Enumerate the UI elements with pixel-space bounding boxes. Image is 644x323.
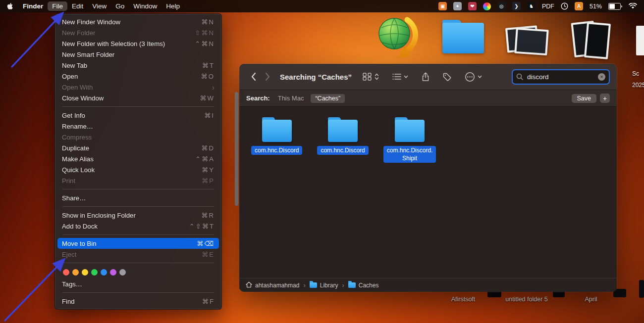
menubar-item-file[interactable]: File [48, 1, 67, 11]
scope-this-mac[interactable]: This Mac [278, 94, 304, 102]
menu-item-tags[interactable]: Tags… [57, 278, 219, 289]
menu-item-shortcut: ⌘E [202, 251, 215, 258]
desktop-label-afirstsoft[interactable]: Afirstsoft [436, 296, 490, 303]
menu-item-show-in-enclosing-folder[interactable]: Show in Enclosing Folder⌘R [57, 210, 219, 221]
tag-orange-icon[interactable] [72, 269, 79, 276]
folder-item[interactable]: com.hnc.Discord. Shipit [383, 120, 436, 163]
parrot-app-icon[interactable]: ❯ [512, 2, 521, 10]
menu-item-share[interactable]: Share… [57, 192, 219, 203]
home-icon [246, 281, 252, 289]
menu-item-duplicate[interactable]: Duplicate⌘D [57, 142, 219, 153]
screenshots-stack-icon[interactable] [505, 22, 551, 59]
idm-app-icon[interactable] [375, 13, 420, 61]
menu-item-label: Print [62, 177, 202, 185]
folder-icon [262, 120, 292, 142]
tag-blue-icon[interactable] [101, 269, 107, 276]
search-scope-bar: Search: This Mac “Caches” Save + [239, 90, 617, 107]
menu-item-new-finder-window[interactable]: New Finder Window⌘N [57, 16, 219, 27]
path-crumb[interactable]: Caches [348, 282, 379, 289]
menubar-status: ▣✦❤◎❯♞PDFA51% [438, 2, 637, 10]
folder-item[interactable]: com.hnc.Discord [317, 120, 368, 155]
menu-item-shortcut: ⌃⌘N [195, 40, 215, 47]
translate-app-icon[interactable]: A [575, 2, 583, 10]
pinwheel-app-icon[interactable] [483, 2, 491, 10]
menu-item-new-smart-folder[interactable]: New Smart Folder [57, 49, 219, 60]
menu-item-shortcut: ⌘W [200, 94, 215, 102]
gray-app-icon[interactable]: ✦ [453, 2, 462, 10]
black-app-icon[interactable]: ♞ [527, 2, 536, 10]
tag-green-icon[interactable] [91, 269, 98, 276]
menu-item-open-with: Open With› [57, 82, 219, 92]
menubar-item-finder[interactable]: Finder [18, 1, 48, 11]
menubar-item-view[interactable]: View [88, 1, 111, 11]
path-crumb-label: Library [320, 282, 338, 289]
menu-item-close-window[interactable]: Close Window⌘W [57, 92, 219, 103]
menu-item-add-to-dock[interactable]: Add to Dock⌃⇧⌘T [57, 221, 219, 231]
folder-label: com.hnc.Discord [317, 146, 368, 155]
menu-item-label: Rename… [62, 123, 215, 130]
battery-percentage[interactable]: 51% [590, 3, 602, 10]
view-mode-control[interactable] [363, 73, 379, 81]
menubar-item-window[interactable]: Window [129, 1, 161, 11]
search-input[interactable] [526, 73, 595, 81]
clock-icon[interactable] [561, 2, 568, 10]
tags-icon[interactable] [443, 73, 451, 81]
photos-stack-icon[interactable] [569, 20, 614, 59]
tag-red-icon[interactable] [63, 269, 69, 276]
desktop-label-untitled-folder-5[interactable]: untitled folder 5 [497, 296, 556, 303]
menu-separator [62, 263, 214, 263]
save-search-button[interactable]: Save [572, 94, 597, 103]
menu-item-label: Tags… [62, 280, 215, 288]
more-actions-control[interactable] [465, 72, 482, 82]
apple-menu[interactable] [7, 2, 13, 10]
menu-item-compress: Compress [57, 132, 219, 142]
menu-separator [62, 234, 214, 235]
submenu-chevron-icon: › [212, 84, 215, 91]
tag-purple-icon[interactable] [110, 269, 116, 276]
group-by-control[interactable] [392, 73, 408, 80]
wifi-icon[interactable] [629, 3, 637, 9]
desktop-label-april[interactable]: April [571, 296, 611, 303]
menu-item-move-to-bin[interactable]: Move to Bin⌘⌫ [57, 238, 219, 249]
menubar-item-help[interactable]: Help [161, 1, 184, 11]
menu-item-label: Open With [62, 84, 212, 91]
camera-app-icon[interactable]: ◎ [497, 2, 506, 10]
orange-app-icon[interactable]: ▣ [438, 2, 447, 10]
menu-item-open[interactable]: Open⌘O [57, 71, 219, 82]
chevron-down-icon [478, 75, 482, 79]
menu-item-get-info[interactable]: Get Info⌘I [57, 110, 219, 121]
menu-item-label: Add to Dock [62, 223, 189, 230]
scope-caches-selected[interactable]: “Caches” [311, 94, 345, 103]
path-crumb[interactable]: Library [310, 282, 338, 289]
desktop-folder-icon[interactable] [442, 23, 484, 53]
tag-gray-icon[interactable] [119, 269, 126, 276]
share-icon[interactable] [422, 72, 429, 82]
menu-item-label: Find [62, 298, 202, 305]
menu-item-new-folder-with-selection-3-items[interactable]: New Folder with Selection (3 Items)⌃⌘N [57, 38, 219, 49]
menu-item-find[interactable]: Find⌘F [57, 296, 219, 307]
back-button[interactable] [246, 72, 261, 81]
battery-icon[interactable] [608, 3, 622, 10]
forward-button[interactable] [261, 72, 275, 81]
clear-search-icon[interactable]: × [598, 73, 605, 81]
menu-item-shortcut: ⌘⌫ [197, 240, 215, 247]
menubar-item-edit[interactable]: Edit [67, 1, 88, 11]
folder-label: com.hnc.Discord. Shipit [383, 146, 436, 163]
menu-item-new-tab[interactable]: New Tab⌘T [57, 60, 219, 71]
path-crumb[interactable]: ahtashamahmad [246, 281, 299, 289]
scrollbar[interactable] [235, 92, 238, 206]
add-criteria-button[interactable]: + [600, 93, 610, 103]
menu-item-shortcut: ⌃⇧⌘T [189, 223, 215, 230]
folder-item[interactable]: com.hnc.Discord [251, 120, 302, 155]
menubar-item-go[interactable]: Go [111, 1, 129, 11]
menu-item-make-alias[interactable]: Make Alias⌃⌘A [57, 153, 219, 164]
menu-item-rename[interactable]: Rename… [57, 121, 219, 132]
tag-yellow-icon[interactable] [82, 269, 88, 276]
desktop: Sc 2025- Afirstsoft untitled folder 5 Ap… [0, 0, 644, 323]
menu-item-quick-look[interactable]: Quick Look⌘Y [57, 164, 219, 175]
red-app-icon[interactable]: ❤ [468, 2, 477, 10]
pdf-menu-label[interactable]: PDF [542, 3, 554, 10]
menu-item-label: Get Info [62, 112, 204, 119]
search-field[interactable]: × [512, 69, 610, 85]
partial-file-icon[interactable] [636, 26, 644, 55]
